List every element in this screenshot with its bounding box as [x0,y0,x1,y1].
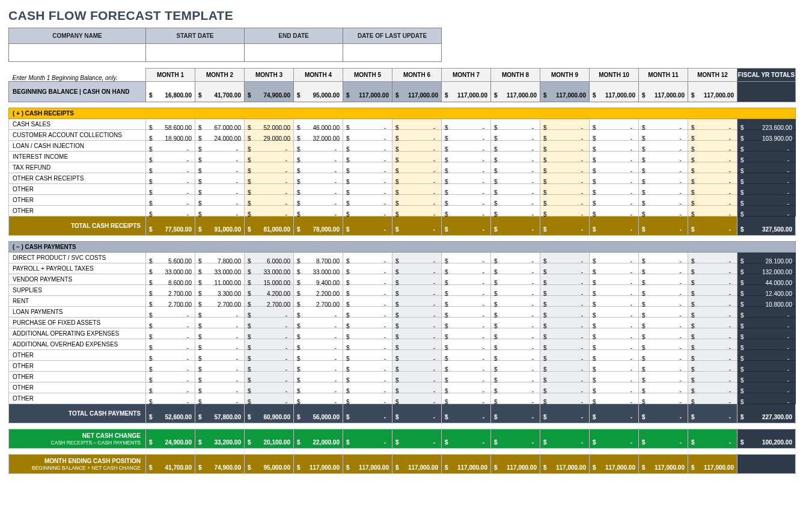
receipts-row-4-m11[interactable]: $ [639,162,688,173]
payments-row-9-m1[interactable]: $ [146,350,195,361]
payments-row-0-m4[interactable]: $8,700.00 [294,253,343,263]
receipts-row-8-m3[interactable]: $ [245,206,294,217]
receipts-row-6-m3[interactable]: $ [245,184,294,195]
payments-row-6-m2[interactable]: $ [195,318,245,328]
payments-row-3-m11[interactable]: $ [639,285,688,296]
receipts-row-0-label[interactable]: CASH SALES [9,119,146,130]
payments-row-8-label[interactable]: ADDITIONAL OVERHEAD EXPENSES [9,339,146,350]
receipts-row-2-m2[interactable]: $ [195,141,245,152]
payments-row-9-m8[interactable]: $ [491,350,540,361]
payments-row-8-m7[interactable]: $ [442,339,491,350]
payments-row-9-label[interactable]: OTHER [9,350,146,361]
payments-row-3-m3[interactable]: $4,200.00 [245,285,294,296]
payments-row-2-m9[interactable]: $ [540,274,590,285]
payments-row-1-m10[interactable]: $ [590,263,639,274]
payments-row-2-m12[interactable]: $ [688,274,737,285]
payments-row-11-m5[interactable]: $ [343,372,392,383]
payments-row-13-m1[interactable]: $ [146,393,195,404]
payments-row-7-m7[interactable]: $ [442,328,491,339]
receipts-row-6-m4[interactable]: $ [294,184,343,195]
payments-row-5-label[interactable]: LOAN PAYMENTS [9,307,146,318]
payments-row-8-m4[interactable]: $ [294,339,343,350]
receipts-row-5-m11[interactable]: $ [639,173,688,184]
payments-row-7-m10[interactable]: $ [590,328,639,339]
receipts-row-0-m6[interactable]: $ [392,119,442,130]
receipts-row-8-m1[interactable]: $ [146,206,195,217]
receipts-row-8-m11[interactable]: $ [639,206,688,217]
payments-row-11-m6[interactable]: $ [392,372,442,383]
payments-row-2-m1[interactable]: $8,600.00 [146,274,195,285]
payments-row-11-m4[interactable]: $ [294,372,343,383]
receipts-row-2-m10[interactable]: $ [590,141,639,152]
payments-row-9-m5[interactable]: $ [343,350,392,361]
receipts-row-3-label[interactable]: INTEREST INCOME [9,152,146,162]
receipts-row-6-m1[interactable]: $ [146,184,195,195]
payments-row-8-m1[interactable]: $ [146,339,195,350]
payments-row-10-m6[interactable]: $ [392,361,442,372]
receipts-row-7-m3[interactable]: $ [245,195,294,206]
receipts-row-6-m5[interactable]: $ [343,184,392,195]
payments-row-10-label[interactable]: OTHER [9,361,146,372]
receipts-row-7-m4[interactable]: $ [294,195,343,206]
payments-row-4-m6[interactable]: $ [392,296,442,307]
receipts-row-7-m1[interactable]: $ [146,195,195,206]
receipts-row-3-m11[interactable]: $ [639,152,688,162]
payments-row-12-m2[interactable]: $ [195,383,245,393]
receipts-row-0-m2[interactable]: $67,000.00 [195,119,245,130]
receipts-row-4-m7[interactable]: $ [442,162,491,173]
payments-row-0-m2[interactable]: $7,800.00 [195,253,245,263]
payments-row-3-m6[interactable]: $ [392,285,442,296]
payments-row-12-m11[interactable]: $ [639,383,688,393]
payments-row-5-m5[interactable]: $ [343,307,392,318]
receipts-row-2-m5[interactable]: $ [343,141,392,152]
payments-row-2-m6[interactable]: $ [392,274,442,285]
payments-row-13-m4[interactable]: $ [294,393,343,404]
payments-row-2-label[interactable]: VENDOR PAYMENTS [9,274,146,285]
receipts-row-0-m3[interactable]: $52,000.00 [245,119,294,130]
payments-row-7-m12[interactable]: $ [688,328,737,339]
payments-row-12-m4[interactable]: $ [294,383,343,393]
payments-row-6-m8[interactable]: $ [491,318,540,328]
payments-row-7-m4[interactable]: $ [294,328,343,339]
payments-row-12-m7[interactable]: $ [442,383,491,393]
receipts-row-6-label[interactable]: OTHER [9,184,146,195]
receipts-row-5-m8[interactable]: $ [491,173,540,184]
payments-row-4-label[interactable]: RENT [9,296,146,307]
payments-row-12-m3[interactable]: $ [245,383,294,393]
receipts-row-8-m10[interactable]: $ [590,206,639,217]
receipts-row-7-m5[interactable]: $ [343,195,392,206]
receipts-row-3-m8[interactable]: $ [491,152,540,162]
receipts-row-5-m7[interactable]: $ [442,173,491,184]
payments-row-8-m11[interactable]: $ [639,339,688,350]
receipts-row-7-label[interactable]: OTHER [9,195,146,206]
payments-row-6-m4[interactable]: $ [294,318,343,328]
payments-row-12-m12[interactable]: $ [688,383,737,393]
payments-row-3-m1[interactable]: $2,700.00 [146,285,195,296]
payments-row-0-m8[interactable]: $ [491,253,540,263]
receipts-row-1-m9[interactable]: $ [540,130,590,141]
payments-row-11-m10[interactable]: $ [590,372,639,383]
payments-row-4-m7[interactable]: $ [442,296,491,307]
receipts-row-5-m10[interactable]: $ [590,173,639,184]
payments-row-2-m10[interactable]: $ [590,274,639,285]
payments-row-0-m10[interactable]: $ [590,253,639,263]
payments-row-11-m1[interactable]: $ [146,372,195,383]
payments-row-13-m2[interactable]: $ [195,393,245,404]
payments-row-4-m4[interactable]: $2,700.00 [294,296,343,307]
payments-row-13-m3[interactable]: $ [245,393,294,404]
receipts-row-2-m12[interactable]: $ [688,141,737,152]
payments-row-4-m9[interactable]: $ [540,296,590,307]
payments-row-1-m4[interactable]: $33,000.00 [294,263,343,274]
receipts-row-6-m10[interactable]: $ [590,184,639,195]
receipts-row-8-m6[interactable]: $ [392,206,442,217]
payments-row-1-m2[interactable]: $33,000.00 [195,263,245,274]
payments-row-4-m5[interactable]: $ [343,296,392,307]
payments-row-1-m5[interactable]: $ [343,263,392,274]
receipts-row-2-m11[interactable]: $ [639,141,688,152]
payments-row-0-m3[interactable]: $6,000.00 [245,253,294,263]
receipts-row-1-m5[interactable]: $ [343,130,392,141]
beginning-balance-m9[interactable]: $117,000.00 [540,82,590,102]
payments-row-6-m7[interactable]: $ [442,318,491,328]
payments-row-7-m2[interactable]: $ [195,328,245,339]
payments-row-7-m1[interactable]: $ [146,328,195,339]
